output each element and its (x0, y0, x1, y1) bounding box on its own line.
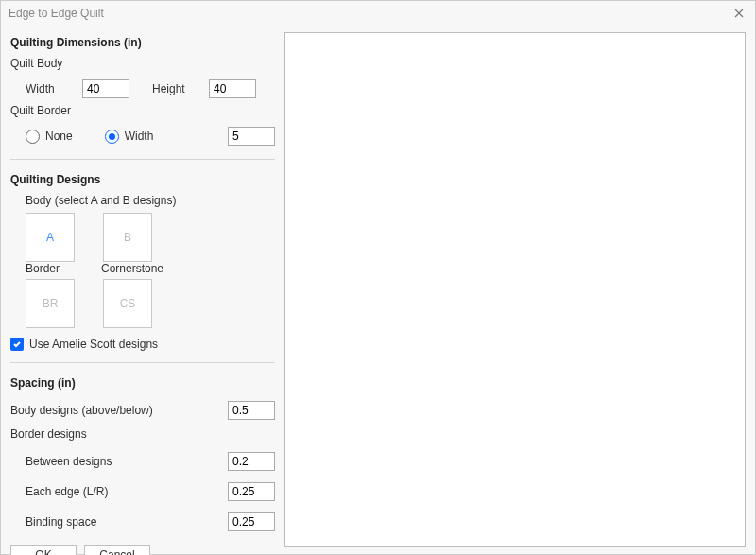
preview-panel (284, 32, 746, 547)
quilt-body-label: Quilt Body (10, 57, 275, 70)
corner-design-label: Cornerstone (101, 262, 167, 275)
spacing-edge-row: Each edge (L/R) (10, 482, 275, 501)
use-amelie-row[interactable]: Use Amelie Scott designs (10, 338, 275, 351)
dialog-body: Quilting Dimensions (in) Quilt Body Widt… (1, 26, 755, 555)
cancel-button[interactable]: Cancel (84, 545, 150, 555)
preview-canvas (284, 32, 746, 547)
design-cs-swatch[interactable]: CS (103, 279, 152, 328)
dimensions-heading: Quilting Dimensions (in) (10, 36, 275, 49)
design-labels-row: Border Cornerstone (26, 262, 275, 275)
spacing-heading: Spacing (in) (10, 376, 275, 390)
radio-none[interactable]: None (26, 130, 73, 144)
height-input[interactable] (209, 79, 256, 98)
radio-width-label: Width (125, 130, 154, 143)
titlebar: Edge to Edge Quilt (1, 1, 755, 26)
radio-none-icon (26, 130, 40, 144)
spacing-edge-label: Each edge (L/R) (26, 485, 228, 498)
separator-1 (10, 159, 275, 160)
spacing-between-row: Between designs (10, 452, 275, 471)
width-label: Width (26, 82, 82, 95)
checkbox-checked-icon (10, 338, 24, 351)
border-width-input[interactable] (228, 127, 275, 146)
border-design-label: Border (26, 262, 73, 275)
close-icon[interactable] (730, 5, 747, 22)
ok-button[interactable]: OK (10, 545, 77, 555)
design-br-swatch[interactable]: BR (26, 279, 75, 328)
window-title: Edge to Edge Quilt (9, 1, 104, 26)
spacing-between-input[interactable] (228, 452, 275, 471)
designs-body-hint: Body (select A and B designs) (26, 194, 275, 207)
body-designs-row: A B (26, 213, 275, 262)
spacing-between-label: Between designs (26, 455, 228, 468)
border-row: None Width (26, 127, 275, 146)
quilt-body-row: Width Height (10, 79, 275, 98)
spacing-border-heading: Border designs (10, 427, 275, 441)
radio-width[interactable]: Width (105, 130, 154, 144)
quilt-border-label: Quilt Border (10, 104, 275, 117)
spacing-binding-input[interactable] (228, 512, 275, 531)
left-panel: Quilting Dimensions (in) Quilt Body Widt… (10, 32, 275, 547)
radio-width-icon (105, 130, 119, 144)
height-label: Height (152, 82, 209, 95)
dialog-window: Edge to Edge Quilt Quilting Dimensions (… (0, 0, 756, 555)
use-amelie-label: Use Amelie Scott designs (29, 338, 158, 351)
designs-heading: Quilting Designs (10, 173, 275, 186)
spacing-body-input[interactable] (228, 401, 275, 420)
spacing-binding-label: Binding space (26, 515, 228, 529)
separator-2 (10, 362, 275, 363)
spacing-edge-input[interactable] (228, 482, 275, 501)
spacing-binding-row: Binding space (10, 512, 275, 531)
design-b-swatch[interactable]: B (103, 213, 152, 262)
spacing-body-row: Body designs (above/below) (10, 401, 275, 420)
dialog-buttons: OK Cancel (10, 537, 275, 555)
spacing-body-label: Body designs (above/below) (10, 404, 228, 417)
width-input[interactable] (82, 79, 129, 98)
border-designs-row: BR CS (26, 279, 275, 328)
design-a-swatch[interactable]: A (26, 213, 75, 262)
radio-none-label: None (45, 130, 73, 143)
